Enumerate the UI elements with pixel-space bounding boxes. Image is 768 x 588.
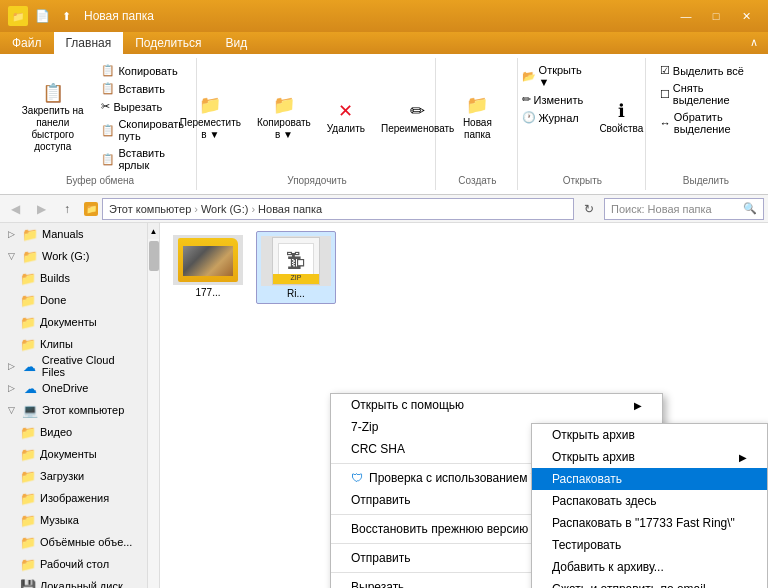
refresh-button[interactable]: ↻ <box>578 198 600 220</box>
sidebar-item-clips[interactable]: 📁 Клипы <box>0 333 147 355</box>
sidebar-item-manuals[interactable]: ▷ 📁 Manuals <box>0 223 147 245</box>
main-area: ▷ 📁 Manuals ▽ 📁 Work (G:) 📁 Builds 📁 Don… <box>0 223 768 588</box>
context-menu-7zip: Открыть архив Открыть архив ▶ Распаковат… <box>531 423 768 588</box>
folder-icon: 📁 <box>22 226 38 242</box>
sidebar-label-video: Видео <box>40 426 72 438</box>
ctx-7z-test[interactable]: Тестировать <box>532 534 767 556</box>
ctx-7z-extract-here-label: Распаковать здесь <box>552 494 656 508</box>
ctx-7z-open-archive-label: Открыть архив <box>552 428 635 442</box>
app-icon-folder: 📁 <box>8 6 28 26</box>
sidebar-item-docs[interactable]: 📁 Документы <box>0 311 147 333</box>
new-folder-button[interactable]: 📁 Новаяпапка <box>457 62 498 173</box>
sidebar-item-builds[interactable]: 📁 Builds <box>0 267 147 289</box>
drive-icon: 💾 <box>20 578 36 588</box>
breadcrumb-root[interactable]: Этот компьютер <box>109 203 191 215</box>
search-box[interactable]: Поиск: Новая папка 🔍 <box>604 198 764 220</box>
folder-icon: 📁 <box>22 248 38 264</box>
sidebar-item-objects[interactable]: 📁 Объёмные объе... <box>0 531 147 553</box>
app-icon3: ⬆ <box>56 6 76 26</box>
copy-label: Копировать <box>118 65 177 77</box>
ctx-7z-open-archive-sub-label: Открыть архив <box>552 450 635 464</box>
scroll-up-button[interactable]: ▲ <box>148 223 159 239</box>
sidebar-item-local-c[interactable]: 💾 Локальный диск... <box>0 575 147 588</box>
file-item-folder[interactable]: 177... <box>168 231 248 304</box>
edit-label: Изменить <box>534 94 584 106</box>
ribbon-minimize-icon[interactable]: ∧ <box>740 32 768 52</box>
close-button[interactable]: ✕ <box>732 6 760 26</box>
ctx-restore-label: Восстановить прежнюю версию <box>351 522 528 536</box>
paste-small-label: Вставить <box>118 83 165 95</box>
properties-icon: ℹ <box>618 100 625 122</box>
sidebar-item-work-g[interactable]: ▽ 📁 Work (G:) <box>0 245 147 267</box>
sidebar-label-manuals: Manuals <box>42 228 84 240</box>
ctx-cut-label: Вырезать <box>351 580 404 588</box>
delete-button[interactable]: ✕ Удалить <box>321 62 371 173</box>
ctx-7z-extract-to[interactable]: Распаковать в "17733 Fast Ring\" <box>532 512 767 534</box>
ribbon-tab-bar[interactable]: Файл Главная Поделиться Вид ∧ <box>0 32 768 54</box>
sidebar-item-images[interactable]: 📁 Изображения <box>0 487 147 509</box>
ctx-open-with-label: Открыть с помощью <box>351 398 464 412</box>
ctx-7z-open-archive[interactable]: Открыть архив <box>532 424 767 446</box>
move-to-button[interactable]: 📁 Переместитьв ▼ <box>174 62 247 173</box>
ctx-7z-extract[interactable]: Распаковать <box>532 468 767 490</box>
copy-to-label: Копироватьв ▼ <box>257 117 311 141</box>
ctx-crc-sha-label: CRC SHA <box>351 442 405 456</box>
forward-button[interactable]: ▶ <box>30 198 52 220</box>
sidebar-label-local-c: Локальный диск... <box>40 580 132 588</box>
ctx-7z-extract-here[interactable]: Распаковать здесь <box>532 490 767 512</box>
ribbon-group-select: ☑ Выделить всё ☐ Снять выделение ↔ Обрат… <box>648 58 764 190</box>
edit-icon: ✏ <box>522 93 531 106</box>
sidebar-label-clips: Клипы <box>40 338 73 350</box>
breadcrumb-drive[interactable]: Work (G:) <box>201 203 248 215</box>
sidebar-scrollbar[interactable]: ▲ ▼ <box>147 223 159 588</box>
tab-home[interactable]: Главная <box>54 32 124 54</box>
edit-button[interactable]: ✏ Изменить <box>518 91 592 108</box>
sidebar-item-desktop[interactable]: 📁 Рабочий стол <box>0 553 147 575</box>
open-button[interactable]: 📂 Открыть ▼ <box>518 62 592 90</box>
tab-view[interactable]: Вид <box>213 32 259 54</box>
properties-button[interactable]: ℹ Свойства <box>596 62 648 173</box>
scroll-thumb[interactable] <box>149 241 159 271</box>
content-area[interactable]: 177... 🗜 ZIP Ri... Открыть с помощью ▶ 7… <box>160 223 768 588</box>
ribbon: Файл Главная Поделиться Вид ∧ 📋 Закрепит… <box>0 32 768 195</box>
sidebar-item-onedrive[interactable]: ▷ ☁ OneDrive <box>0 377 147 399</box>
sidebar-item-downloads[interactable]: 📁 Загрузки <box>0 465 147 487</box>
sidebar-label-objects: Объёмные объе... <box>40 536 132 548</box>
maximize-button[interactable]: □ <box>702 6 730 26</box>
folder-icon: 📁 <box>20 490 36 506</box>
minimize-button[interactable]: — <box>672 6 700 26</box>
file-item-zip[interactable]: 🗜 ZIP Ri... <box>256 231 336 304</box>
path-icon: 📁 <box>84 202 98 216</box>
invert-selection-button[interactable]: ↔ Обратить выделение <box>656 109 756 137</box>
window-controls[interactable]: — □ ✕ <box>672 6 760 26</box>
tab-share[interactable]: Поделиться <box>123 32 213 54</box>
ctx-7z-compress-email[interactable]: Сжать и отправить по email... <box>532 578 767 588</box>
select-all-button[interactable]: ☑ Выделить всё <box>656 62 756 79</box>
sidebar-label-work: Work (G:) <box>42 250 89 262</box>
sidebar-item-computer[interactable]: ▽ 💻 Этот компьютер <box>0 399 147 421</box>
sidebar-item-done[interactable]: 📁 Done <box>0 289 147 311</box>
deselect-button[interactable]: ☐ Снять выделение <box>656 80 756 108</box>
tab-file[interactable]: Файл <box>0 32 54 54</box>
ctx-7z-add-archive[interactable]: Добавить к архиву... <box>532 556 767 578</box>
sidebar-item-music[interactable]: 📁 Музыка <box>0 509 147 531</box>
up-button[interactable]: ↑ <box>56 198 78 220</box>
ctx-defender-icon: 🛡 <box>351 471 363 485</box>
breadcrumb-folder[interactable]: Новая папка <box>258 203 322 215</box>
back-button[interactable]: ◀ <box>4 198 26 220</box>
breadcrumb[interactable]: Этот компьютер › Work (G:) › Новая папка <box>102 198 574 220</box>
select-group-label: Выделить <box>683 175 729 186</box>
sidebar-item-documents[interactable]: 📁 Документы <box>0 443 147 465</box>
paste-button[interactable]: 📋 Закрепить на панелибыстрого доступа <box>12 62 93 173</box>
sidebar-item-video[interactable]: 📁 Видео <box>0 421 147 443</box>
ctx-open-with[interactable]: Открыть с помощью ▶ <box>331 394 662 416</box>
history-button[interactable]: 🕐 Журнал <box>518 109 592 126</box>
folder-icon: 📁 <box>20 314 36 330</box>
paste-label: Закрепить на панелибыстрого доступа <box>18 105 87 153</box>
ctx-7z-open-archive-sub[interactable]: Открыть архив ▶ <box>532 446 767 468</box>
computer-icon: 💻 <box>22 402 38 418</box>
folder-icon: 📁 <box>20 512 36 528</box>
copy-to-button[interactable]: 📁 Копироватьв ▼ <box>251 62 317 173</box>
open-label: Открыть ▼ <box>539 64 588 88</box>
sidebar-item-creative-cloud[interactable]: ▷ ☁ Creative Cloud Files <box>0 355 147 377</box>
